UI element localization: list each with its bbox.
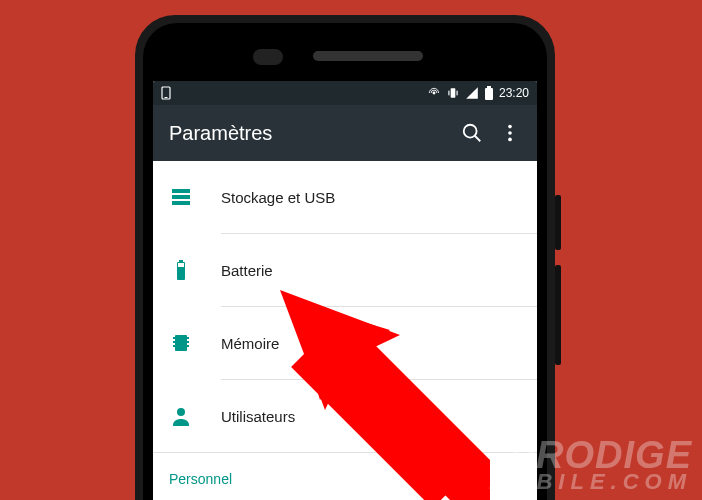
svg-point-2 [433, 92, 436, 95]
status-bar: 23:20 [153, 81, 537, 105]
svg-rect-17 [179, 260, 183, 262]
vibrate-icon [446, 86, 460, 100]
app-bar: Paramètres [153, 105, 537, 161]
svg-rect-4 [448, 91, 449, 96]
svg-point-8 [464, 125, 477, 138]
svg-point-12 [508, 138, 512, 142]
list-item-label: Batterie [221, 262, 273, 279]
svg-rect-20 [173, 337, 175, 339]
list-item-storage[interactable]: Stockage et USB [153, 161, 537, 233]
svg-rect-22 [173, 345, 175, 347]
svg-rect-19 [175, 335, 187, 351]
list-item-battery[interactable]: Batterie [153, 234, 537, 306]
phone-frame: 23:20 Paramètres Stockage et USB [135, 15, 555, 500]
storage-icon [169, 185, 193, 209]
user-icon [169, 404, 193, 428]
svg-rect-13 [172, 189, 190, 193]
svg-rect-7 [487, 86, 491, 88]
list-item-users[interactable]: Utilisateurs [153, 380, 537, 452]
svg-rect-25 [187, 345, 189, 347]
status-portrait-icon [161, 86, 171, 100]
svg-rect-18 [178, 263, 184, 267]
svg-rect-15 [172, 201, 190, 205]
svg-rect-5 [456, 91, 457, 96]
svg-point-10 [508, 125, 512, 129]
svg-line-9 [475, 136, 481, 142]
svg-rect-14 [172, 195, 190, 199]
phone-bezel: 23:20 Paramètres Stockage et USB [143, 23, 547, 500]
list-item-label: Utilisateurs [221, 408, 295, 425]
phone-speaker [313, 51, 423, 61]
settings-list: Stockage et USB Batterie Mémoire [153, 161, 537, 497]
svg-point-11 [508, 131, 512, 135]
phone-side-button [555, 265, 561, 365]
phone-camera [253, 49, 283, 65]
page-title: Paramètres [169, 122, 445, 145]
search-icon[interactable] [461, 122, 483, 144]
list-item-label: Mémoire [221, 335, 279, 352]
list-item-memory[interactable]: Mémoire [153, 307, 537, 379]
phone-side-button [555, 195, 561, 250]
svg-rect-1 [165, 97, 168, 98]
svg-rect-24 [187, 341, 189, 343]
svg-rect-6 [485, 88, 493, 100]
svg-rect-23 [187, 337, 189, 339]
hotspot-icon [427, 86, 441, 100]
svg-rect-3 [451, 88, 456, 97]
list-item-label: Stockage et USB [221, 189, 335, 206]
battery-icon [484, 86, 494, 100]
more-icon[interactable] [499, 122, 521, 144]
battery-icon [169, 258, 193, 282]
section-header-personnel: Personnel [153, 453, 537, 497]
signal-icon [465, 86, 479, 100]
screen: 23:20 Paramètres Stockage et USB [153, 81, 537, 500]
memory-icon [169, 331, 193, 355]
status-time: 23:20 [499, 86, 529, 100]
svg-point-26 [177, 408, 185, 416]
svg-rect-21 [173, 341, 175, 343]
